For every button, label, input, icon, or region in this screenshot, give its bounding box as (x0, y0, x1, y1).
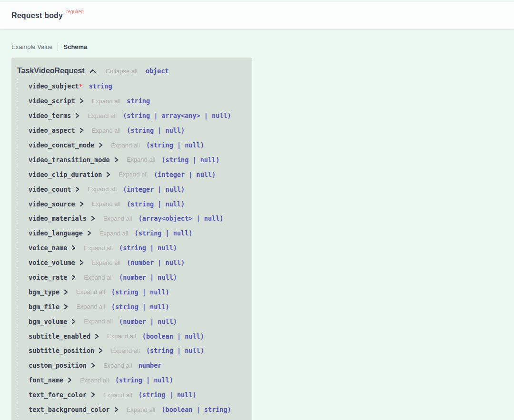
field-name: video_count (29, 186, 71, 193)
chevron-right-icon[interactable] (106, 172, 111, 177)
schema-field-row: voice_name Expand all (string | null) (29, 241, 247, 255)
expand-all-button[interactable]: Expand all (119, 171, 148, 178)
expand-all-button[interactable]: Expand all (103, 215, 132, 222)
field-type: string (127, 97, 150, 105)
field-type: (number | null) (119, 318, 177, 325)
collapse-all-button[interactable]: Collapse all (106, 68, 138, 75)
schema-field-row: video_clip_duration Expand all (integer … (29, 167, 247, 182)
chevron-right-icon[interactable] (79, 201, 84, 207)
chevron-right-icon[interactable] (98, 348, 103, 353)
schema-rows: video_subject* string video_script Expan… (17, 79, 247, 417)
model-type: object (146, 67, 169, 75)
field-type: (string | null) (127, 127, 185, 134)
expand-all-button[interactable]: Expand all (92, 98, 121, 105)
chevron-right-icon[interactable] (87, 230, 92, 236)
schema-field-row: font_name Expand all (string | null) (29, 373, 247, 388)
field-name: video_script (29, 97, 75, 105)
schema-field-row: custom_position Expand all number (29, 358, 247, 373)
expand-all-button[interactable]: Expand all (84, 244, 113, 252)
model-title-row: TaskVideoRequest Collapse all object (17, 66, 247, 76)
chevron-right-icon[interactable] (75, 186, 80, 192)
field-name: bgm_file (29, 303, 59, 311)
model-name[interactable]: TaskVideoRequest (17, 67, 85, 75)
expand-all-button[interactable]: Expand all (88, 112, 117, 119)
expand-all-button[interactable]: Expand all (127, 406, 156, 413)
expand-all-button[interactable]: Expand all (92, 127, 121, 134)
field-type: (string | null) (111, 288, 169, 296)
field-type: (string | null) (119, 244, 177, 252)
schema-field-row: video_aspect Expand all (string | null) (29, 123, 247, 138)
field-name: video_clip_duration (29, 171, 102, 178)
request-body-title: Request body (11, 11, 63, 20)
model-example-tabs: Example Value Schema (11, 42, 503, 51)
chevron-right-icon[interactable] (75, 113, 80, 118)
expand-all-button[interactable]: Expand all (84, 318, 113, 325)
expand-all-button[interactable]: Expand all (92, 259, 121, 266)
expand-all-button[interactable]: Expand all (84, 274, 113, 281)
schema-field-row: video_subject* string (29, 79, 247, 94)
field-name: video_subject* (29, 82, 83, 90)
chevron-right-icon[interactable] (90, 362, 96, 368)
schema-field-row: subtitle_enabled Expand all (boolean | n… (29, 329, 247, 343)
chevron-right-icon[interactable] (63, 304, 69, 310)
expand-all-button[interactable]: Expand all (92, 200, 121, 207)
schema-field-row: video_script Expand all string (29, 94, 247, 108)
field-type: (string | null) (138, 391, 197, 399)
chevron-right-icon[interactable] (71, 245, 76, 251)
chevron-right-icon[interactable] (67, 377, 72, 383)
required-asterisk: * (79, 82, 83, 90)
field-name: voice_volume (29, 259, 75, 266)
chevron-right-icon[interactable] (79, 127, 84, 133)
expand-all-button[interactable]: Expand all (103, 362, 132, 369)
schema-field-row: video_terms Expand all (string | array<a… (29, 108, 247, 123)
schema-field-row: voice_volume Expand all (number | null) (29, 255, 247, 270)
expand-all-button[interactable]: Expand all (80, 377, 109, 384)
field-type: (boolean | null) (142, 332, 204, 340)
field-name: video_terms (29, 112, 71, 119)
chevron-up-icon[interactable] (89, 68, 96, 74)
schema-field-row: voice_rate Expand all (number | null) (29, 270, 247, 285)
field-type: (number | null) (127, 259, 185, 266)
field-type: (string | null) (111, 303, 169, 311)
field-type: (array<object> | null) (138, 215, 224, 222)
chevron-right-icon[interactable] (90, 215, 96, 221)
schema-field-row: video_materials Expand all (array<object… (29, 211, 247, 226)
schema-field-row: video_count Expand all (integer | null) (29, 182, 247, 196)
expand-all-button[interactable]: Expand all (107, 332, 136, 340)
field-name: video_concat_mode (29, 141, 94, 149)
field-name: voice_name (29, 244, 67, 252)
field-type: (string | null) (127, 200, 185, 208)
schema-field-row: video_language Expand all (string | null… (29, 226, 247, 241)
expand-all-button[interactable]: Expand all (111, 142, 140, 149)
field-name: video_language (29, 229, 83, 237)
expand-all-button[interactable]: Expand all (88, 186, 117, 193)
chevron-right-icon[interactable] (114, 157, 119, 163)
chevron-right-icon[interactable] (71, 274, 76, 280)
field-type: (string | null) (161, 156, 219, 164)
chevron-right-icon[interactable] (114, 407, 119, 412)
tab-example-value[interactable]: Example Value (11, 43, 52, 50)
chevron-right-icon[interactable] (63, 289, 69, 295)
field-name: text_fore_color (29, 391, 87, 399)
field-type: (string | null) (146, 347, 204, 354)
chevron-right-icon[interactable] (79, 260, 84, 265)
expand-all-button[interactable]: Expand all (127, 156, 156, 163)
field-type: number (138, 361, 162, 369)
expand-all-button[interactable]: Expand all (99, 230, 128, 237)
chevron-right-icon[interactable] (71, 319, 76, 324)
field-name: video_aspect (29, 127, 75, 134)
field-type: (string | null) (146, 141, 204, 149)
expand-all-button[interactable]: Expand all (76, 288, 105, 295)
chevron-right-icon[interactable] (79, 98, 84, 104)
expand-all-button[interactable]: Expand all (111, 347, 140, 354)
chevron-right-icon[interactable] (90, 392, 96, 398)
expand-all-button[interactable]: Expand all (103, 391, 132, 399)
field-type: (string | null) (135, 229, 193, 237)
field-name: custom_position (29, 361, 87, 369)
expand-all-button[interactable]: Expand all (76, 303, 105, 310)
request-body-header: Request body required (0, 2, 514, 29)
chevron-right-icon[interactable] (94, 333, 99, 339)
tab-schema[interactable]: Schema (63, 43, 87, 50)
field-name: video_source (29, 200, 75, 208)
chevron-right-icon[interactable] (98, 142, 103, 148)
